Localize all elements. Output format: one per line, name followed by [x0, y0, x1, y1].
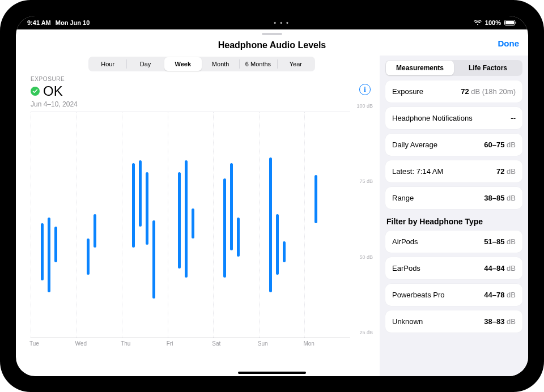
filter-powerbeats-pro[interactable]: Powerbeats Pro44–78 dB: [385, 284, 522, 306]
data-bar[interactable]: [41, 223, 44, 280]
filter-label: Powerbeats Pro: [392, 291, 445, 299]
exposure-label: EXPOSURE: [31, 76, 373, 82]
x-label: Tue: [29, 340, 39, 347]
side-tab-life-factors[interactable]: Life Factors: [454, 61, 522, 75]
x-label: Wed: [75, 340, 87, 347]
metric-label: Range: [392, 194, 414, 202]
filter-heading: Filter by Headphone Type: [386, 217, 521, 226]
metric-range[interactable]: Range38–85 dB: [385, 187, 522, 209]
filter-label: Unknown: [392, 317, 423, 326]
data-bar[interactable]: [314, 175, 317, 223]
data-bar[interactable]: [178, 172, 181, 269]
data-bar[interactable]: [237, 218, 240, 257]
data-bar[interactable]: [48, 218, 50, 293]
time-seg-month[interactable]: Month: [202, 57, 239, 71]
metric-exposure[interactable]: Exposure72 dB (18h 20m): [385, 80, 522, 103]
filter-airpods[interactable]: AirPods51–85 dB: [385, 231, 522, 253]
page-title: Headphone Audio Levels: [218, 40, 326, 50]
metric-label: Daily Average: [392, 140, 437, 149]
data-bar[interactable]: [269, 157, 272, 293]
x-label: Thu: [121, 340, 130, 347]
battery-icon: [504, 20, 517, 25]
metric-label: Headphone Notifications: [392, 114, 473, 122]
side-tab-segmented[interactable]: MeasurementsLife Factors: [385, 60, 522, 76]
time-seg-year[interactable]: Year: [277, 57, 314, 71]
filter-value: 38–83 dB: [484, 317, 516, 326]
metric-value: 72 dB: [496, 167, 516, 176]
filter-label: EarPods: [392, 264, 420, 272]
battery-percent: 100%: [485, 19, 501, 26]
data-bar[interactable]: [185, 160, 188, 278]
sheet-header: Headphone Audio Levels Done: [16, 35, 528, 56]
filter-unknown[interactable]: Unknown38–83 dB: [385, 310, 522, 333]
time-range-segmented[interactable]: HourDayWeekMonth6 MonthsYear: [88, 57, 315, 71]
metric-latest-7-14-am[interactable]: Latest: 7:14 AM72 dB: [385, 160, 522, 182]
data-bar[interactable]: [152, 220, 155, 299]
data-bar[interactable]: [146, 172, 148, 244]
data-bar[interactable]: [94, 214, 96, 247]
x-label: Sun: [258, 340, 268, 347]
filter-value: 44–84 dB: [484, 264, 516, 272]
svg-rect-2: [516, 22, 517, 24]
side-panel: MeasurementsLife Factors Exposure72 dB (…: [380, 56, 528, 376]
metric-value: 60–75 dB: [484, 140, 516, 149]
data-bar[interactable]: [230, 163, 233, 250]
filter-label: AirPods: [392, 237, 418, 246]
status-time: 9:41 AM: [27, 19, 51, 26]
data-bar[interactable]: [139, 160, 142, 227]
x-label: Mon: [303, 340, 314, 347]
time-seg-week[interactable]: Week: [164, 57, 202, 71]
y-tick: 25 dB: [359, 330, 373, 335]
device-frame: 9:41 AM Mon Jun 10 • • • 100% Headphone …: [0, 0, 544, 392]
date-range: Jun 4–10, 2024: [31, 100, 373, 108]
x-label: Sat: [212, 340, 220, 347]
exposure-status-text: OK: [43, 83, 63, 99]
data-bar[interactable]: [276, 214, 279, 274]
main-panel: HourDayWeekMonth6 MonthsYear EXPOSURE OK…: [16, 56, 380, 376]
metric-daily-average[interactable]: Daily Average60–75 dB: [385, 134, 522, 156]
data-bar[interactable]: [132, 163, 135, 248]
time-seg-day[interactable]: Day: [126, 57, 164, 71]
status-bar: 9:41 AM Mon Jun 10 • • • 100%: [16, 16, 528, 29]
data-bar[interactable]: [283, 241, 286, 262]
multitask-dots[interactable]: • • •: [90, 19, 474, 26]
chart[interactable]: 25 dB50 dB75 dB100 dB TueWedThuFriSatSun…: [31, 112, 373, 350]
metric-value: --: [511, 114, 516, 122]
check-icon: [31, 87, 40, 96]
home-indicator[interactable]: [238, 372, 306, 374]
metric-value: 38–85 dB: [484, 194, 516, 202]
data-bar[interactable]: [87, 238, 90, 275]
y-tick: 50 dB: [359, 254, 373, 260]
data-bar[interactable]: [54, 227, 57, 263]
wifi-icon: [474, 20, 482, 25]
filter-earpods[interactable]: EarPods44–84 dB: [385, 257, 522, 279]
done-button[interactable]: Done: [498, 39, 520, 48]
status-date: Mon Jun 10: [56, 19, 90, 26]
screen: 9:41 AM Mon Jun 10 • • • 100% Headphone …: [16, 16, 528, 376]
x-label: Fri: [167, 340, 173, 347]
info-button[interactable]: i: [359, 84, 371, 95]
y-tick: 75 dB: [359, 178, 373, 184]
y-tick: 100 dB: [356, 103, 373, 109]
data-bar[interactable]: [223, 178, 226, 278]
time-seg-hour[interactable]: Hour: [89, 57, 126, 71]
svg-rect-1: [505, 21, 514, 24]
metric-label: Exposure: [392, 87, 423, 96]
metric-headphone-notifications[interactable]: Headphone Notifications--: [385, 107, 522, 129]
time-seg-6-months[interactable]: 6 Months: [239, 57, 277, 71]
filter-value: 44–78 dB: [484, 291, 516, 299]
side-tab-measurements[interactable]: Measurements: [386, 61, 454, 75]
data-bar[interactable]: [192, 208, 194, 238]
filter-value: 51–85 dB: [484, 237, 516, 246]
metric-value: 72 dB (18h 20m): [461, 87, 516, 96]
metric-label: Latest: 7:14 AM: [392, 167, 443, 176]
